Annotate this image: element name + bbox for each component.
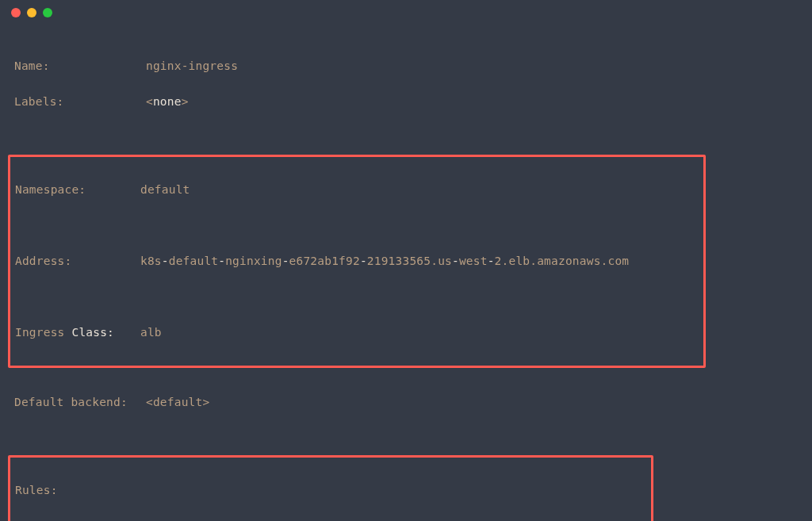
labels-label: Labels: [14, 93, 146, 110]
rules-label: Rules: [15, 481, 646, 499]
ingress-class-label: Ingress Class: [15, 324, 140, 341]
name-value: nginx-ingress [146, 59, 238, 72]
namespace-value: default [140, 183, 190, 196]
minimize-icon[interactable] [27, 8, 36, 17]
labels-value-suf: > [182, 95, 189, 108]
address-value: k8s-default-nginxing-e672ab1f92-21913356… [140, 255, 629, 267]
address-label: Address: [15, 252, 140, 270]
highlight-box-1: Namespace:default Address:k8s-default-ng… [8, 155, 706, 368]
labels-value-none: none [153, 95, 182, 108]
ingress-class-value: alb [140, 326, 162, 339]
titlebar [0, 0, 812, 25]
name-label: Name: [14, 57, 146, 75]
maximize-icon[interactable] [43, 8, 52, 17]
terminal-window: Name:nginx-ingress Labels:<none> Namespa… [0, 0, 812, 521]
labels-value-pre: < [146, 95, 153, 108]
terminal-output: Name:nginx-ingress Labels:<none> Namespa… [0, 25, 812, 521]
default-backend-label: Default backend: [14, 393, 146, 411]
default-backend-value: <default> [146, 396, 209, 408]
close-icon[interactable] [11, 8, 21, 17]
highlight-box-2: Rules: Host Path Backends ---- ---- ----… [8, 455, 653, 521]
namespace-label: Namespace: [15, 181, 140, 198]
rules-header: Host Path Backends [15, 517, 646, 521]
